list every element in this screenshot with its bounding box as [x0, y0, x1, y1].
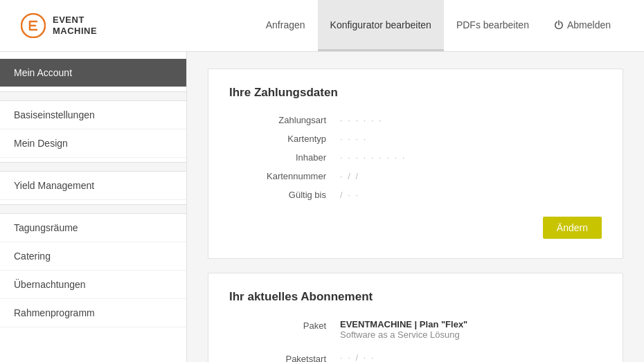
gultig-bis-value: / · ·	[340, 190, 359, 200]
logo-area: EVENT MACHINE	[21, 13, 132, 38]
kartennummer-value: · / /	[340, 171, 359, 181]
sidebar-item-mein-design[interactable]: Mein Design	[0, 129, 186, 158]
nav-abmelden[interactable]: Abmelden	[542, 0, 623, 51]
nav-anfragen[interactable]: Anfragen	[253, 0, 318, 51]
kartentyp-label: Kartentyp	[229, 134, 340, 144]
sidebar-group-yield: Yield Management	[0, 172, 186, 200]
sidebar-item-basiseinstellungen[interactable]: Basiseinstellungen	[0, 101, 186, 129]
main-content: Ihre Zahlungsdaten Zahlungsart · · · · ·…	[187, 52, 644, 362]
gultig-bis-label: Gültig bis	[229, 190, 340, 200]
sidebar-item-catering[interactable]: Catering	[0, 242, 186, 271]
inhaber-label: Inhaber	[229, 152, 340, 163]
sidebar-divider-1	[0, 91, 186, 101]
zahlungsart-row: Zahlungsart · · · · · ·	[229, 115, 602, 125]
sidebar-item-rahmenprogramm[interactable]: Rahmenprogramm	[0, 299, 186, 327]
zahlungsart-value: · · · · · ·	[340, 115, 383, 125]
main-nav: Anfragen Konfigurator bearbeiten PDFs be…	[253, 0, 623, 51]
sidebar-group-venues: Tagungsräume Catering Übernachtungen Rah…	[0, 214, 186, 327]
paket-row: Paket EVENTMACHINE | Plan "Flex" Softwar…	[229, 319, 602, 340]
sidebar-item-yield-management[interactable]: Yield Management	[0, 172, 186, 200]
sidebar-divider-2	[0, 162, 186, 172]
sidebar-group-account: Mein Account	[0, 59, 186, 87]
sidebar-item-tagungsraume[interactable]: Tagungsräume	[0, 214, 186, 242]
gultig-bis-row: Gültig bis / · ·	[229, 190, 602, 200]
subscription-card-title: Ihr aktuelles Abonnement	[229, 290, 602, 304]
paketstart-value: · · / · ·	[340, 352, 375, 362]
kartentyp-value: · · · ·	[340, 134, 367, 144]
header: EVENT MACHINE Anfragen Konfigurator bear…	[0, 0, 644, 52]
sidebar-item-ubernachtungen[interactable]: Übernachtungen	[0, 271, 186, 299]
kartennummer-label: Kartennummer	[229, 171, 340, 181]
paketstart-row: Paketstart · · / · ·	[229, 352, 602, 362]
nav-konfigurator[interactable]: Konfigurator bearbeiten	[318, 0, 444, 51]
zahlungsart-label: Zahlungsart	[229, 115, 340, 125]
sidebar-item-mein-account[interactable]: Mein Account	[0, 59, 186, 87]
kartentyp-row: Kartentyp · · · ·	[229, 134, 602, 144]
sidebar-group-settings: Basiseinstellungen Mein Design	[0, 101, 186, 158]
paket-value: EVENTMACHINE | Plan "Flex" Software as a…	[340, 319, 467, 340]
nav-pdfs[interactable]: PDFs bearbeiten	[444, 0, 542, 51]
power-icon	[554, 20, 564, 30]
payment-button-row: Ändern	[229, 210, 602, 239]
payment-card: Ihre Zahlungsdaten Zahlungsart · · · · ·…	[208, 69, 623, 259]
sidebar-divider-3	[0, 204, 186, 214]
inhaber-row: Inhaber · · · · · · · · ·	[229, 152, 602, 163]
andern-button[interactable]: Ändern	[543, 217, 602, 239]
plan-desc: Software as a Service Lösung	[340, 329, 467, 340]
logo-icon	[21, 13, 46, 38]
logo-text: EVENT MACHINE	[53, 15, 97, 36]
sidebar: Mein Account Basiseinstellungen Mein Des…	[0, 52, 187, 362]
inhaber-value: · · · · · · · · ·	[340, 152, 406, 163]
subscription-card: Ihr aktuelles Abonnement Paket EVENTMACH…	[208, 273, 623, 362]
kartennummer-row: Kartennummer · / /	[229, 171, 602, 181]
page-layout: Mein Account Basiseinstellungen Mein Des…	[0, 52, 644, 362]
paket-label: Paket	[229, 319, 340, 331]
plan-name: EVENTMACHINE | Plan "Flex"	[340, 319, 467, 329]
payment-card-title: Ihre Zahlungsdaten	[229, 86, 602, 100]
paketstart-label: Paketstart	[229, 352, 340, 362]
